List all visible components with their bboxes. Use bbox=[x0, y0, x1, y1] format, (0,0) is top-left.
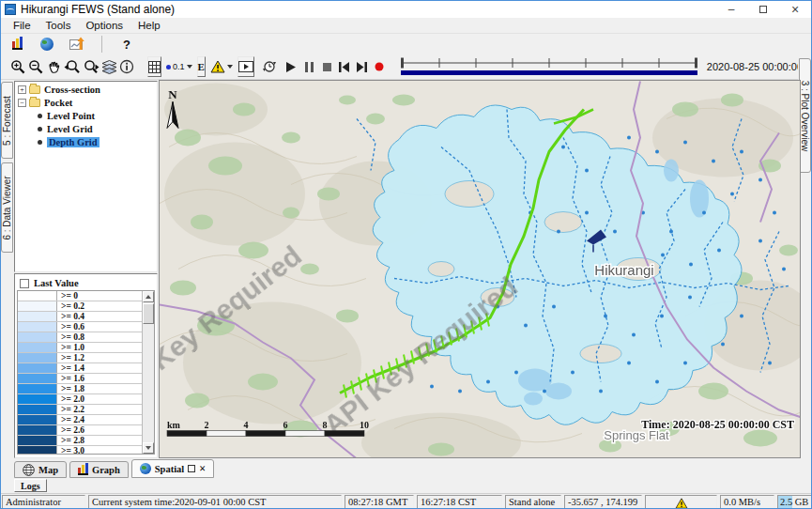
legend-color-swatch bbox=[18, 374, 57, 383]
legend-list-body: >= 0 >= 0.2 >= 0.4 >= 0.6 bbox=[17, 290, 155, 455]
legend-class-label: >= 1.4 bbox=[57, 363, 142, 373]
tab-spatial-label: Spatial bbox=[155, 464, 185, 474]
step-forward-button[interactable] bbox=[357, 56, 367, 77]
class-break-select[interactable]: 0.1 bbox=[163, 57, 195, 76]
legend-class-label: >= 2.0 bbox=[57, 394, 142, 404]
scroll-up-button[interactable] bbox=[143, 291, 154, 302]
svg-text:2: 2 bbox=[205, 420, 209, 430]
record-button[interactable] bbox=[375, 56, 384, 77]
zoom-out-button[interactable] bbox=[28, 56, 44, 77]
menu-item[interactable]: Tools bbox=[39, 19, 78, 32]
import-data-button[interactable] bbox=[67, 34, 87, 54]
bar-chart-icon bbox=[78, 465, 88, 475]
spatial-layer-tree: + Cross-section − Pocket Level Point Lev… bbox=[14, 81, 158, 272]
legend-list: >= 0 >= 0.2 >= 0.4 >= 0.6 bbox=[18, 291, 142, 455]
label-toggle-button[interactable]: E bbox=[197, 56, 206, 77]
left-tab-strip: 5 : Forecast 6 : Data Viewer bbox=[1, 80, 14, 458]
maximize-button[interactable] bbox=[747, 1, 779, 18]
info-button[interactable] bbox=[119, 56, 134, 77]
legend-color-swatch bbox=[18, 312, 57, 321]
play-icon bbox=[286, 62, 296, 72]
zoom-next-icon bbox=[83, 59, 100, 75]
chevron-down-icon bbox=[187, 65, 192, 69]
help-icon: ? bbox=[123, 38, 130, 52]
tab-spatial[interactable]: Spatial × bbox=[131, 459, 214, 478]
layers-button[interactable] bbox=[101, 56, 117, 77]
legend-row: >= 3.0 bbox=[18, 446, 142, 455]
legend-color-swatch bbox=[18, 415, 57, 424]
tab-graph[interactable]: Graph bbox=[69, 461, 129, 478]
scroll-down-button[interactable] bbox=[143, 442, 154, 454]
collapse-icon[interactable]: − bbox=[18, 99, 26, 107]
tree-node-pocket[interactable]: − Pocket bbox=[15, 97, 157, 108]
legend-class-label: >= 1.8 bbox=[57, 384, 142, 393]
info-icon bbox=[119, 59, 134, 74]
legend-row: >= 2.0 bbox=[18, 394, 142, 405]
sidebar-tab-forecast[interactable]: 5 : Forecast bbox=[1, 82, 13, 159]
legend-row: >= 1.2 bbox=[18, 353, 142, 363]
time-slider[interactable] bbox=[399, 56, 699, 77]
tab-map[interactable]: Map bbox=[14, 461, 67, 478]
display-tab-bar: Map Graph Spatial × bbox=[1, 458, 811, 478]
undock-tab-button[interactable] bbox=[188, 465, 195, 472]
pause-button[interactable] bbox=[305, 56, 314, 77]
legend-scrollbar[interactable] bbox=[142, 291, 154, 454]
scrollbar-thumb[interactable] bbox=[143, 303, 154, 324]
help-button[interactable]: ? bbox=[116, 34, 137, 54]
tree-node-label: Cross-section bbox=[44, 85, 100, 95]
bar-chart-icon bbox=[12, 39, 23, 50]
map-toolbar: 0.1 E bbox=[1, 54, 811, 80]
pause-icon bbox=[305, 62, 314, 72]
animation-player-button[interactable] bbox=[237, 56, 254, 77]
database-display-button[interactable] bbox=[7, 34, 27, 54]
minimize-button[interactable]: – bbox=[715, 1, 747, 18]
menu-item[interactable]: File bbox=[7, 19, 38, 32]
pan-button[interactable] bbox=[46, 56, 62, 77]
sidebar-tab-data-viewer[interactable]: 6 : Data Viewer bbox=[1, 162, 13, 253]
close-tab-button[interactable]: × bbox=[199, 464, 206, 473]
play-button[interactable] bbox=[286, 56, 296, 77]
zoom-previous-icon bbox=[64, 59, 81, 75]
logs-button[interactable]: Logs bbox=[14, 479, 47, 492]
animation-settings-button[interactable] bbox=[262, 56, 277, 77]
zoom-in-button[interactable] bbox=[10, 56, 26, 77]
status-local-time: 16:27:18 CST bbox=[417, 495, 502, 509]
tree-leaf-depth-grid[interactable]: Depth Grid bbox=[15, 136, 157, 147]
main-toolbar: ? bbox=[1, 34, 811, 54]
legend-color-swatch bbox=[18, 291, 57, 301]
town-label: Hikurangi bbox=[594, 262, 653, 278]
legend-row: >= 1.0 bbox=[18, 343, 142, 353]
legend-row: >= 0.4 bbox=[18, 312, 142, 322]
last-value-checkbox[interactable] bbox=[20, 279, 29, 288]
map-viewport[interactable]: API Key Required API Key Required Hikura… bbox=[159, 80, 801, 458]
map-display-button[interactable] bbox=[37, 34, 57, 54]
north-label: N bbox=[168, 87, 177, 101]
zoom-previous-button[interactable] bbox=[64, 56, 81, 77]
menu-item[interactable]: Help bbox=[131, 19, 167, 32]
step-back-button[interactable] bbox=[339, 56, 349, 77]
app-icon bbox=[5, 4, 16, 15]
stop-button[interactable] bbox=[323, 56, 331, 77]
legend-class-label: >= 1.6 bbox=[57, 374, 142, 383]
tree-node-cross-section[interactable]: + Cross-section bbox=[15, 84, 157, 95]
status-alerts[interactable] bbox=[645, 495, 717, 509]
tree-leaf-level-point[interactable]: Level Point bbox=[15, 110, 157, 121]
menu-item[interactable]: Options bbox=[79, 19, 130, 32]
legend-color-swatch bbox=[18, 384, 57, 393]
grid-display-button[interactable] bbox=[147, 56, 161, 77]
tree-leaf-level-grid[interactable]: Level Grid bbox=[15, 123, 157, 134]
thresholds-button[interactable] bbox=[207, 57, 236, 76]
scale-unit: km bbox=[167, 420, 181, 430]
close-button[interactable]: × bbox=[779, 1, 811, 18]
grid-icon bbox=[148, 61, 161, 73]
legend-class-label: >= 1.2 bbox=[57, 353, 142, 362]
last-value-option[interactable]: Last Value bbox=[17, 276, 155, 290]
movie-play-icon bbox=[238, 61, 253, 72]
expand-icon[interactable]: + bbox=[18, 85, 26, 94]
current-time-label: 2020-08-25 00:00:00 CST bbox=[707, 61, 812, 72]
legend-row: >= 0.2 bbox=[18, 301, 142, 312]
menu-bar: FileToolsOptionsHelp bbox=[1, 18, 811, 34]
status-system-time: Current system time:2020-09-01 00:00 CST bbox=[88, 495, 342, 509]
folder-icon bbox=[29, 85, 40, 94]
zoom-next-button[interactable] bbox=[83, 56, 100, 77]
